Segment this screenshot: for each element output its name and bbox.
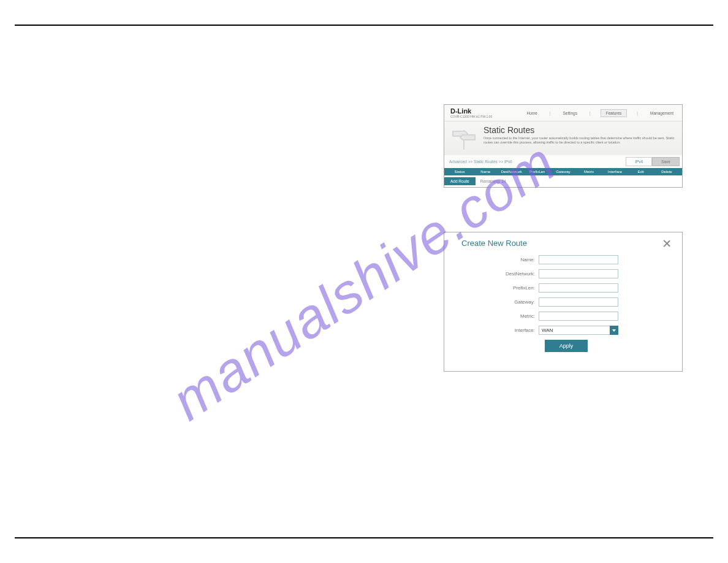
breadcrumb-row: Advanced >> Static Routes >> IPv6 IPv4 S… [444,155,682,168]
apply-button[interactable]: Apply [545,340,588,352]
add-route-row: Add Route Remaining: 24 [444,175,682,187]
save-button[interactable]: Save [652,157,680,166]
destnetwork-field[interactable] [539,269,618,278]
create-route-dialog: Create New Route Name: DestNetwork: Pref… [444,232,683,372]
label-interface: Interface: [461,327,535,333]
label-gateway: Gateway: [461,299,535,305]
svg-marker-2 [460,135,475,140]
chevron-down-icon [610,326,618,335]
router-ui-screenshot: D-Link COVR-C1200 HW:A1 FW:1.00 Home | S… [444,104,683,188]
action-buttons: IPv4 Save [626,157,680,166]
close-icon[interactable] [662,239,671,248]
ui-header: D-Link COVR-C1200 HW:A1 FW:1.00 Home | S… [444,105,682,121]
nav-features[interactable]: Features [601,109,628,117]
add-route-button[interactable]: Add Route [444,177,476,185]
nav-separator: | [587,110,593,117]
brand-logo: D-Link [450,107,492,115]
interface-select[interactable]: WAN [539,326,618,335]
dialog-title: Create New Route [461,239,527,248]
interface-value: WAN [539,326,610,335]
label-name: Name: [461,257,535,262]
table-header: Status Name DestNetwork PrefixLen Gatewa… [444,168,682,175]
form-row-destnetwork: DestNetwork: [461,269,671,278]
form-row-name: Name: [461,255,671,264]
form-row-interface: Interface: WAN [461,326,671,335]
page-description: Once connected to the Internet, your rou… [483,136,676,145]
title-row: Static Routes Once connected to the Inte… [444,121,682,155]
top-nav: Home | Settings | Features | Management [524,109,676,117]
nav-separator: | [634,110,640,117]
remaining-label: Remaining: 24 [480,179,506,183]
nav-separator: | [547,110,553,117]
nav-home[interactable]: Home [524,110,539,117]
col-delete: Delete [654,170,680,174]
brand-block: D-Link COVR-C1200 HW:A1 FW:1.00 [450,107,492,118]
dialog-header: Create New Route [461,239,671,248]
apply-row: Apply [461,340,671,352]
label-metric: Metric: [461,313,535,319]
form-row-gateway: Gateway: [461,297,671,307]
signpost-icon [449,125,479,150]
col-destnetwork: DestNetwork [498,170,524,174]
divider-bottom [15,537,713,538]
col-edit: Edit [628,170,654,174]
col-gateway: Gateway [550,170,576,174]
name-field[interactable] [539,255,618,264]
nav-management[interactable]: Management [648,110,676,117]
col-name: Name [472,170,498,174]
label-destnetwork: DestNetwork: [461,271,535,277]
page-title: Static Routes [483,125,676,135]
ipv4-button[interactable]: IPv4 [626,157,652,166]
title-block: Static Routes Once connected to the Inte… [483,125,676,150]
label-prefixlen: PrefixLen: [461,285,535,291]
divider-top [15,25,713,26]
gateway-field[interactable] [539,297,618,307]
col-metric: Metric [576,170,602,174]
metric-field[interactable] [539,312,618,321]
form-row-metric: Metric: [461,312,671,321]
brand-subtitle: COVR-C1200 HW:A1 FW:1.00 [450,115,492,118]
form-row-prefixlen: PrefixLen: [461,283,671,293]
nav-settings[interactable]: Settings [560,110,580,117]
prefixlen-field[interactable] [539,283,618,293]
col-status: Status [447,170,472,174]
col-prefixlen: PrefixLen [525,170,550,174]
col-interface: Interface [602,170,628,174]
breadcrumb: Advanced >> Static Routes >> IPv6 [449,159,512,164]
